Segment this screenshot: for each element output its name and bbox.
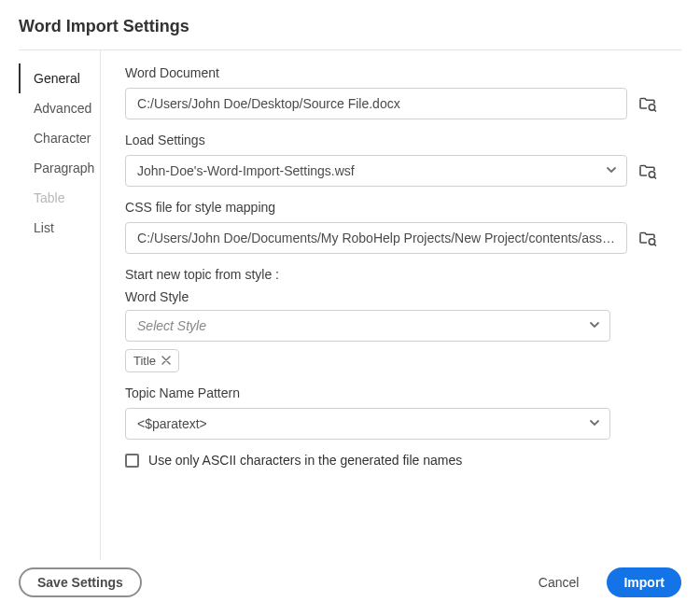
sidebar-item-advanced[interactable]: Advanced <box>19 93 100 123</box>
chevron-down-icon <box>606 163 617 178</box>
svg-point-4 <box>649 239 654 245</box>
input-value: C:/Users/John Doe/Documents/My RoboHelp … <box>137 231 615 245</box>
svg-point-0 <box>649 105 654 110</box>
field-label: Load Settings <box>125 133 657 147</box>
dialog-title: Word Import Settings <box>19 17 681 50</box>
browse-folder-icon[interactable] <box>638 229 657 247</box>
chip-remove-icon[interactable] <box>161 354 171 368</box>
button-label: Save Settings <box>37 575 123 590</box>
chip-label: Title <box>133 354 156 368</box>
sidebar-item-table: Table <box>19 183 100 213</box>
word-document-field: Word Document C:/Users/John Doe/Desktop/… <box>125 65 657 119</box>
svg-line-5 <box>654 245 656 246</box>
select-value: John-Doe's-Word-Import-Settings.wsf <box>137 163 355 178</box>
dialog-footer: Save Settings Cancel Import <box>19 560 681 599</box>
field-label: CSS file for style mapping <box>125 200 657 215</box>
checkbox-label: Use only ASCII characters in the generat… <box>148 453 462 468</box>
save-settings-button[interactable]: Save Settings <box>19 567 142 597</box>
topic-split-field: Start new topic from style : Word Style … <box>125 267 657 372</box>
import-button[interactable]: Import <box>607 567 681 597</box>
field-label: Topic Name Pattern <box>125 385 657 400</box>
field-label: Word Document <box>125 65 657 80</box>
cancel-button[interactable]: Cancel <box>522 567 596 597</box>
button-label: Cancel <box>539 575 580 590</box>
word-style-select[interactable]: Select Style <box>125 310 610 342</box>
sidebar-item-label: Advanced <box>34 101 91 116</box>
svg-point-2 <box>649 172 654 177</box>
sidebar: General Advanced Character Paragraph Tab… <box>19 50 101 560</box>
sidebar-item-label: List <box>34 220 54 235</box>
topic-name-pattern-select[interactable]: <$paratext> <box>125 408 610 440</box>
input-value: C:/Users/John Doe/Desktop/Source File.do… <box>137 96 400 111</box>
sidebar-item-label: Character <box>34 131 91 146</box>
load-settings-field: Load Settings John-Doe's-Word-Import-Set… <box>125 133 657 187</box>
sidebar-item-label: Paragraph <box>34 161 94 175</box>
field-sublabel: Word Style <box>125 289 657 304</box>
chevron-down-icon <box>589 318 600 333</box>
select-placeholder: Select Style <box>137 318 206 333</box>
ascii-only-row: Use only ASCII characters in the generat… <box>125 453 657 468</box>
sidebar-item-label: General <box>34 71 80 86</box>
sidebar-item-general[interactable]: General <box>19 63 100 93</box>
ascii-only-checkbox[interactable] <box>125 454 139 468</box>
word-document-input[interactable]: C:/Users/John Doe/Desktop/Source File.do… <box>125 88 627 119</box>
sidebar-item-list[interactable]: List <box>19 213 100 243</box>
sidebar-item-paragraph[interactable]: Paragraph <box>19 153 100 183</box>
css-file-input[interactable]: C:/Users/John Doe/Documents/My RoboHelp … <box>125 222 627 254</box>
browse-folder-icon[interactable] <box>638 94 657 113</box>
browse-folder-icon[interactable] <box>638 161 657 180</box>
button-label: Import <box>623 575 665 590</box>
style-chip: Title <box>125 349 179 372</box>
sidebar-item-character[interactable]: Character <box>19 123 100 153</box>
word-import-settings-dialog: Word Import Settings General Advanced Ch… <box>0 0 700 616</box>
dialog-body: General Advanced Character Paragraph Tab… <box>19 50 681 560</box>
field-label: Start new topic from style : <box>125 267 657 282</box>
topic-name-pattern-field: Topic Name Pattern <$paratext> <box>125 385 657 440</box>
select-value: <$paratext> <box>137 416 207 431</box>
general-panel: Word Document C:/Users/John Doe/Desktop/… <box>101 50 681 560</box>
chevron-down-icon <box>589 416 600 431</box>
css-file-field: CSS file for style mapping C:/Users/John… <box>125 200 657 254</box>
load-settings-select[interactable]: John-Doe's-Word-Import-Settings.wsf <box>125 155 627 187</box>
sidebar-item-label: Table <box>34 190 64 205</box>
svg-line-1 <box>654 110 656 112</box>
svg-line-3 <box>654 177 656 179</box>
